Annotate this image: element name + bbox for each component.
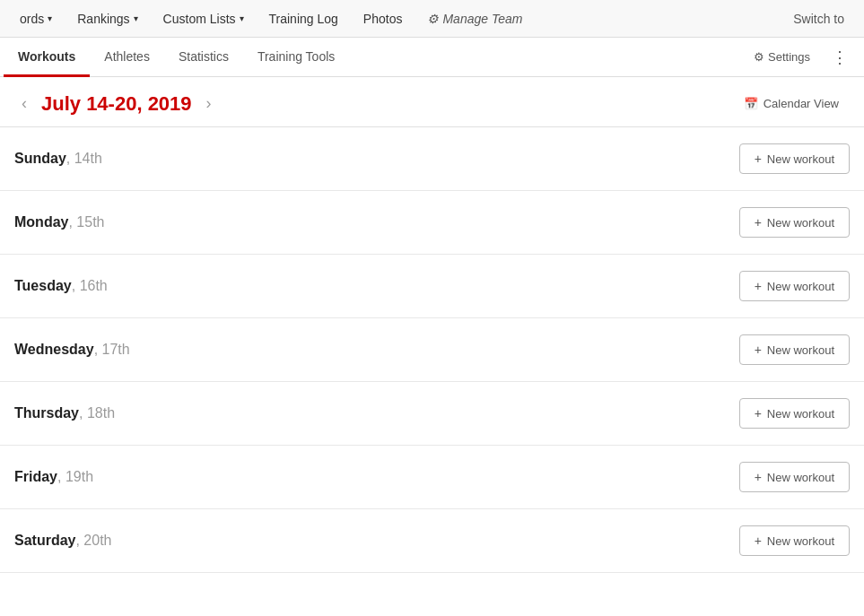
day-label-monday: Monday, 15th	[14, 214, 104, 230]
day-rows-container: Sunday, 14th+New workoutMonday, 15th+New…	[0, 127, 864, 573]
nav-custom-lists-chevron: ▾	[240, 13, 244, 23]
new-workout-label: New workout	[767, 152, 834, 166]
new-workout-button-saturday[interactable]: +New workout	[739, 525, 850, 556]
day-name-wednesday: Wednesday	[14, 342, 94, 357]
nav-rankings-chevron: ▾	[134, 13, 138, 23]
day-row-sunday: Sunday, 14th+New workout	[0, 127, 864, 191]
day-row-tuesday: Tuesday, 16th+New workout	[0, 255, 864, 318]
new-workout-button-thursday[interactable]: +New workout	[739, 398, 850, 429]
tab-athletes-label: Athletes	[104, 49, 150, 64]
settings-label: Settings	[768, 50, 810, 64]
week-title: July 14-20, 2019	[41, 92, 192, 116]
sub-nav-right: ⚙ Settings ⋮	[745, 44, 864, 71]
kebab-icon: ⋮	[832, 48, 848, 66]
day-name-tuesday: Tuesday	[14, 278, 72, 293]
day-name-saturday: Saturday	[14, 533, 75, 548]
tab-workouts[interactable]: Workouts	[4, 38, 90, 77]
nav-records-label: ords	[20, 12, 44, 26]
day-num-friday: , 19th	[57, 469, 93, 484]
day-num-sunday: , 14th	[66, 151, 102, 166]
week-header: ‹ July 14-20, 2019 › 📅 Calendar View	[0, 77, 864, 127]
switch-to-label[interactable]: Switch to	[781, 12, 857, 26]
prev-week-button[interactable]: ‹	[14, 92, 34, 115]
day-num-wednesday: , 17th	[94, 342, 130, 357]
tab-training-tools-label: Training Tools	[257, 49, 335, 64]
settings-button[interactable]: ⚙ Settings	[745, 45, 819, 69]
nav-photos[interactable]: Photos	[351, 0, 415, 38]
day-label-tuesday: Tuesday, 16th	[14, 278, 108, 294]
day-label-friday: Friday, 19th	[14, 469, 93, 485]
day-row-friday: Friday, 19th+New workout	[0, 446, 864, 509]
tab-workouts-label: Workouts	[18, 49, 75, 64]
new-workout-button-wednesday[interactable]: +New workout	[739, 334, 850, 365]
plus-icon: +	[755, 534, 762, 548]
new-workout-label: New workout	[767, 343, 834, 357]
new-workout-label: New workout	[767, 471, 834, 484]
nav-custom-lists-label: Custom Lists	[163, 12, 236, 26]
new-workout-button-tuesday[interactable]: +New workout	[739, 271, 850, 301]
day-num-tuesday: , 16th	[72, 278, 108, 293]
calendar-view-button[interactable]: 📅 Calendar View	[733, 91, 850, 116]
nav-training-log-label: Training Log	[269, 12, 338, 26]
tab-training-tools[interactable]: Training Tools	[243, 38, 349, 77]
new-workout-button-sunday[interactable]: +New workout	[739, 143, 850, 174]
day-num-monday: , 15th	[68, 214, 104, 230]
gear-settings-icon: ⚙	[754, 50, 764, 64]
tab-athletes[interactable]: Athletes	[90, 38, 164, 77]
day-num-thursday: , 18th	[79, 405, 115, 421]
plus-icon: +	[755, 470, 762, 484]
day-name-monday: Monday	[14, 214, 68, 230]
new-workout-button-monday[interactable]: +New workout	[739, 207, 850, 238]
nav-training-log[interactable]: Training Log	[257, 0, 351, 38]
new-workout-label: New workout	[767, 216, 834, 230]
day-row-saturday: Saturday, 20th+New workout	[0, 509, 864, 573]
new-workout-button-friday[interactable]: +New workout	[739, 462, 850, 492]
nav-manage-team-label: Manage Team	[442, 12, 522, 26]
nav-rankings-label: Rankings	[77, 12, 129, 26]
day-name-thursday: Thursday	[14, 405, 79, 421]
day-row-monday: Monday, 15th+New workout	[0, 191, 864, 255]
nav-manage-team[interactable]: ⚙ Manage Team	[415, 0, 535, 38]
plus-icon: +	[755, 152, 762, 166]
tab-statistics[interactable]: Statistics	[164, 38, 243, 77]
day-num-saturday: , 20th	[75, 533, 111, 548]
day-label-saturday: Saturday, 20th	[14, 533, 112, 549]
new-workout-label: New workout	[767, 280, 834, 293]
plus-icon: +	[755, 215, 762, 230]
next-week-button[interactable]: ›	[199, 92, 219, 115]
calendar-view-label: Calendar View	[764, 97, 839, 110]
day-label-sunday: Sunday, 14th	[14, 151, 102, 167]
day-label-thursday: Thursday, 18th	[14, 405, 115, 421]
calendar-icon: 📅	[744, 97, 758, 110]
day-name-sunday: Sunday	[14, 151, 66, 166]
tab-statistics-label: Statistics	[179, 49, 229, 64]
gear-icon: ⚙	[427, 12, 439, 26]
plus-icon: +	[755, 279, 762, 293]
nav-records[interactable]: ords ▾	[7, 0, 65, 38]
nav-records-chevron: ▾	[48, 13, 52, 23]
day-name-friday: Friday	[14, 469, 57, 484]
nav-rankings[interactable]: Rankings ▾	[65, 0, 150, 38]
new-workout-label: New workout	[767, 407, 834, 421]
day-label-wednesday: Wednesday, 17th	[14, 342, 130, 358]
top-navigation: ords ▾ Rankings ▾ Custom Lists ▾ Trainin…	[0, 0, 864, 38]
plus-icon: +	[755, 406, 762, 421]
sub-navigation: Workouts Athletes Statistics Training To…	[0, 38, 864, 77]
day-row-thursday: Thursday, 18th+New workout	[0, 382, 864, 446]
nav-custom-lists[interactable]: Custom Lists ▾	[151, 0, 257, 38]
plus-icon: +	[755, 343, 762, 357]
kebab-menu-button[interactable]: ⋮	[826, 44, 853, 71]
new-workout-label: New workout	[767, 534, 834, 548]
nav-photos-label: Photos	[363, 12, 403, 26]
day-row-wednesday: Wednesday, 17th+New workout	[0, 318, 864, 382]
